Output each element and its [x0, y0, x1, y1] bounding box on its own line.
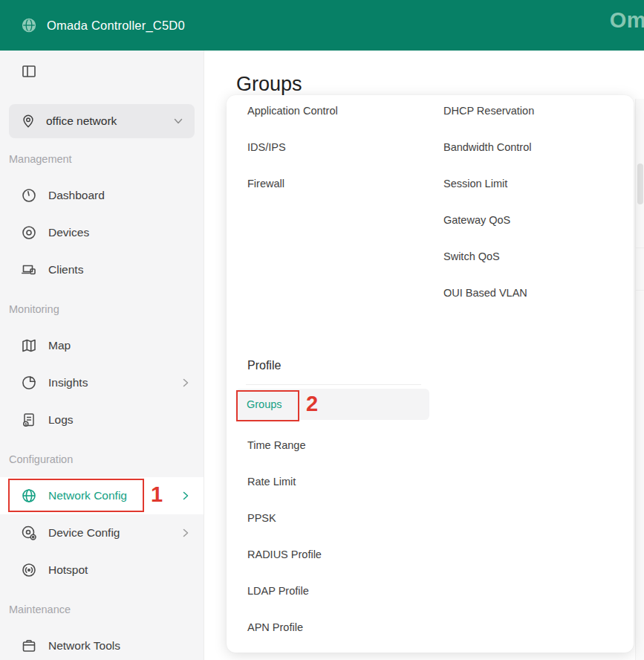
flyout-item-rate-limit[interactable]: Rate Limit: [227, 463, 634, 499]
divider: [636, 248, 644, 248]
toolbox-icon: [21, 638, 37, 654]
location-pin-icon: [21, 114, 36, 129]
sidebar-item-network-tools[interactable]: Network Tools: [0, 627, 204, 660]
scrollbar-thumb[interactable]: [637, 164, 643, 204]
flyout-item-oui-based-vlan[interactable]: OUI Based VLAN: [443, 274, 534, 311]
network-config-flyout: Application Control IDS/IPS Firewall DHC…: [227, 95, 634, 653]
flyout-item-radius-profile[interactable]: RADIUS Profile: [227, 536, 634, 572]
map-icon: [21, 337, 37, 354]
clients-icon: [21, 262, 37, 278]
site-selector[interactable]: office network: [9, 104, 195, 138]
flyout-section-profile: Profile: [247, 359, 281, 372]
sidebar-item-clients[interactable]: Clients: [0, 251, 204, 288]
flyout-item-ids-ips[interactable]: IDS/IPS: [247, 129, 338, 165]
flyout-item-application-control[interactable]: Application Control: [247, 92, 338, 129]
chevron-right-icon: [183, 378, 189, 387]
sidebar-item-logs[interactable]: Logs: [0, 401, 204, 439]
page-scrollbar: [635, 99, 644, 660]
annotation-number-step1: 1: [151, 482, 163, 507]
flyout-item-ppsk[interactable]: PPSK: [227, 499, 634, 536]
flyout-item-switch-qos[interactable]: Switch QoS: [443, 238, 534, 274]
divider: [246, 384, 421, 385]
pie-chart-icon: [21, 375, 37, 391]
globe-icon: [21, 488, 37, 504]
top-header: Omada Controller_C5D0 Om: [0, 0, 644, 51]
controller-globe-icon: [21, 17, 37, 33]
sidebar-item-map[interactable]: Map: [0, 327, 204, 364]
controller-title: Omada Controller_C5D0: [47, 19, 185, 33]
hotspot-icon: [21, 562, 37, 578]
section-label-management: Management: [9, 152, 204, 166]
flyout-item-ldap-profile[interactable]: LDAP Profile: [227, 572, 634, 609]
section-label-maintenance: Maintenance: [9, 602, 204, 617]
sidebar: office network Management Dashboard Devi…: [0, 51, 204, 660]
section-label-configuration: Configuration: [9, 452, 204, 467]
sidebar-item-network-config[interactable]: Network Config 1: [0, 477, 204, 514]
sidebar-item-dashboard[interactable]: Dashboard: [0, 177, 204, 214]
gauge-icon: [21, 187, 37, 204]
flyout-item-gateway-qos[interactable]: Gateway QoS: [443, 201, 534, 238]
sidebar-item-devices[interactable]: Devices: [0, 214, 204, 251]
flyout-item-dhcp-reservation[interactable]: DHCP Reservation: [443, 92, 534, 129]
flyout-item-time-range[interactable]: Time Range: [227, 427, 634, 463]
flyout-item-session-limit[interactable]: Session Limit: [443, 165, 534, 201]
site-name: office network: [46, 114, 117, 128]
sidebar-item-insights[interactable]: Insights: [0, 364, 204, 401]
omada-logo: Om: [610, 8, 644, 33]
flyout-column-right: DHCP Reservation Bandwidth Control Sessi…: [443, 92, 534, 311]
main-content: Groups Application Control IDS/IPS Firew…: [204, 51, 644, 660]
devices-icon: [21, 224, 37, 241]
flyout-item-apn-profile[interactable]: APN Profile: [227, 609, 634, 645]
sidebar-item-hotspot[interactable]: Hotspot: [0, 551, 204, 589]
flyout-item-groups[interactable]: Groups: [235, 389, 429, 420]
section-label-monitoring: Monitoring: [9, 302, 204, 317]
sidebar-item-device-config[interactable]: Device Config: [0, 514, 204, 551]
divider: [636, 290, 644, 291]
chevron-right-icon: [183, 528, 189, 537]
device-config-icon: [21, 525, 37, 541]
chevron-right-icon: [183, 491, 189, 500]
profile-item-list: Time Range Rate Limit PPSK RADIUS Profil…: [227, 427, 634, 645]
sidebar-collapse-icon[interactable]: [21, 63, 37, 80]
flyout-item-firewall[interactable]: Firewall: [247, 165, 338, 201]
flyout-item-bandwidth-control[interactable]: Bandwidth Control: [443, 129, 534, 165]
flyout-column-left: Application Control IDS/IPS Firewall: [247, 92, 338, 201]
logs-icon: [21, 412, 37, 428]
chevron-down-icon: [174, 118, 183, 124]
